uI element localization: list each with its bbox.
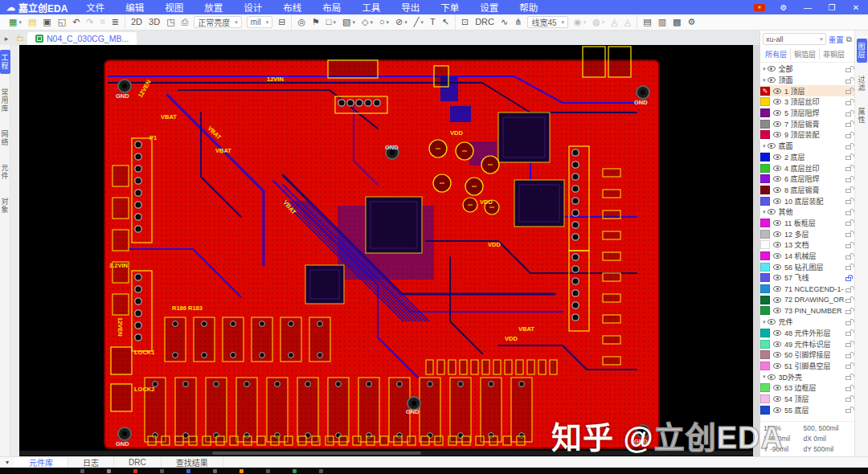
layer-group-顶面[interactable]: ▾顶面 bbox=[760, 75, 854, 86]
lock-wrap[interactable] bbox=[844, 407, 852, 413]
caret-down-icon[interactable]: ▾ bbox=[763, 319, 766, 325]
origin-button[interactable]: ◎ bbox=[294, 16, 309, 29]
taskbar-app-icon[interactable] bbox=[266, 469, 270, 473]
open-recent-button[interactable]: ▤ bbox=[25, 16, 39, 29]
export-image-button[interactable]: ▥ bbox=[655, 16, 669, 29]
layer-row-1[interactable]: ✎1 顶层 bbox=[760, 85, 854, 96]
unlock-icon[interactable] bbox=[845, 189, 851, 193]
document-tab[interactable]: N04_C_030CG_MB... bbox=[27, 32, 137, 45]
layer-color-swatch[interactable] bbox=[760, 230, 770, 239]
layer-row-10[interactable]: 10 底层装配 bbox=[760, 195, 854, 206]
pcb-canvas[interactable]: GNDGNDGNDGNDGNDGND12VINVDDVDDVDDVDDVBATV… bbox=[19, 45, 753, 456]
layer-color-swatch[interactable] bbox=[760, 394, 770, 403]
caret-down-icon[interactable]: ▾ bbox=[763, 143, 766, 149]
layer-row-2[interactable]: 2 底层 bbox=[760, 152, 854, 163]
unlock-icon[interactable] bbox=[845, 233, 851, 237]
visibility-eye-icon[interactable] bbox=[768, 374, 776, 380]
left-dock-tab-元件[interactable]: 元件 bbox=[0, 161, 10, 183]
layer-color-swatch[interactable] bbox=[760, 197, 770, 206]
caret-down-icon[interactable]: ▾ bbox=[763, 66, 766, 72]
unlock-icon[interactable] bbox=[845, 156, 851, 160]
folder-icon[interactable]: 🗀 bbox=[13, 34, 27, 45]
menu-item-编辑[interactable]: 编辑 bbox=[115, 0, 154, 14]
layer-row-9[interactable]: 9 顶层装配 bbox=[760, 129, 854, 141]
lock-wrap[interactable] bbox=[844, 308, 852, 314]
visibility-eye-icon[interactable] bbox=[773, 220, 781, 226]
layer-color-swatch[interactable] bbox=[760, 340, 770, 349]
unlock-icon[interactable] bbox=[845, 101, 851, 105]
diff-route-button[interactable]: ⋔ bbox=[511, 16, 525, 29]
lock-wrap[interactable] bbox=[844, 374, 852, 380]
unlock-icon[interactable] bbox=[845, 167, 851, 171]
caret-down-icon[interactable]: ▾ bbox=[763, 374, 766, 380]
scrollbar-thumb[interactable] bbox=[212, 452, 421, 455]
brightness-select[interactable]: 正常亮度▾ bbox=[194, 16, 242, 28]
lock-wrap[interactable] bbox=[844, 385, 852, 391]
fit-view-button[interactable]: ⊟ bbox=[275, 16, 289, 29]
visibility-eye-icon[interactable] bbox=[773, 154, 781, 160]
undo-button[interactable]: ↶ bbox=[69, 16, 83, 29]
mode-2d-button[interactable]: 2D bbox=[128, 16, 145, 29]
text-tool-button[interactable]: T bbox=[427, 16, 439, 29]
taskbar-app-icon[interactable] bbox=[293, 469, 297, 473]
flag-tool-button[interactable]: ⚑ bbox=[309, 16, 323, 29]
lock-wrap[interactable] bbox=[844, 341, 852, 347]
dock-pin-icon[interactable]: ▸ bbox=[0, 35, 13, 45]
visibility-eye-icon[interactable] bbox=[773, 297, 781, 303]
lock-wrap[interactable] bbox=[844, 186, 852, 193]
layer-color-swatch[interactable] bbox=[760, 219, 770, 227]
layer-row-54[interactable]: 54 顶层 bbox=[760, 394, 854, 405]
layer-row-7[interactable]: 7 顶层锡膏 bbox=[760, 118, 854, 129]
lock-wrap[interactable] bbox=[844, 121, 852, 127]
panel-divider[interactable] bbox=[753, 45, 760, 456]
visibility-eye-icon[interactable] bbox=[773, 187, 781, 193]
layer-color-swatch[interactable] bbox=[760, 273, 770, 282]
reset-button[interactable]: 重置 bbox=[829, 34, 844, 45]
visibility-eye-icon[interactable] bbox=[773, 88, 781, 94]
bottom-tab-DRC[interactable]: DRC bbox=[114, 457, 162, 468]
taskbar-app-icon[interactable] bbox=[240, 469, 244, 473]
lock-wrap[interactable] bbox=[844, 362, 852, 369]
visibility-eye-icon[interactable] bbox=[773, 407, 781, 413]
bottom-tab-日志[interactable]: 日志 bbox=[68, 457, 114, 468]
netlist-button[interactable]: ≣ bbox=[108, 16, 122, 29]
flag-icon[interactable]: ★ bbox=[747, 0, 772, 14]
visibility-eye-icon[interactable] bbox=[773, 132, 781, 137]
menu-item-工具[interactable]: 工具 bbox=[351, 0, 391, 14]
lock-wrap[interactable] bbox=[844, 329, 852, 336]
polygon-tool-button[interactable]: ◇▾ bbox=[358, 16, 376, 29]
canvas-horizontal-scrollbar[interactable] bbox=[19, 451, 753, 456]
design-manager-button[interactable]: ▦▾ bbox=[6, 16, 25, 29]
dock-pin-icon[interactable]: ▾ bbox=[0, 459, 14, 466]
layer-row-51[interactable]: 51 引脚悬空层 bbox=[760, 361, 854, 372]
zoom-select-button[interactable]: ◳ bbox=[163, 16, 178, 29]
visibility-eye-icon[interactable] bbox=[768, 209, 776, 215]
visibility-eye-icon[interactable] bbox=[773, 352, 781, 358]
line-tool-button[interactable]: ╱▾ bbox=[411, 16, 427, 29]
layer-color-swatch[interactable]: ✎ bbox=[760, 87, 770, 96]
track-width-select[interactable]: 线宽45▾ bbox=[527, 16, 568, 28]
toolbar-settings-button[interactable]: ⚙ bbox=[684, 16, 698, 29]
visibility-eye-icon[interactable] bbox=[768, 66, 776, 72]
mode-3d-button[interactable]: 3D bbox=[145, 16, 163, 29]
right-dock-tab-过滤[interactable]: 过滤 bbox=[857, 72, 867, 95]
unlock-icon[interactable] bbox=[845, 409, 851, 413]
unlock-icon[interactable] bbox=[845, 112, 851, 116]
measure-tool-button[interactable]: ↖ bbox=[439, 16, 452, 29]
visibility-eye-icon[interactable] bbox=[773, 121, 781, 127]
unlock-icon[interactable] bbox=[845, 68, 851, 72]
region-tool-button[interactable]: ▧▾ bbox=[339, 16, 358, 29]
menu-item-下单[interactable]: 下单 bbox=[430, 0, 469, 14]
layer-color-swatch[interactable] bbox=[760, 350, 770, 359]
lock-wrap[interactable] bbox=[844, 132, 852, 138]
taskbar-app-icon[interactable] bbox=[186, 469, 190, 473]
taskbar-app-icon[interactable] bbox=[319, 469, 323, 473]
lock-wrap[interactable] bbox=[844, 319, 852, 325]
lock-wrap[interactable] bbox=[844, 110, 852, 116]
lock-wrap[interactable] bbox=[844, 88, 852, 94]
left-dock-tab-网络[interactable]: 网络 bbox=[0, 127, 10, 149]
taskbar-app-icon[interactable] bbox=[160, 469, 164, 473]
lock-wrap[interactable] bbox=[844, 165, 852, 171]
unlock-icon[interactable] bbox=[845, 299, 851, 303]
layer-group-底面[interactable]: ▾底面 bbox=[760, 141, 854, 152]
